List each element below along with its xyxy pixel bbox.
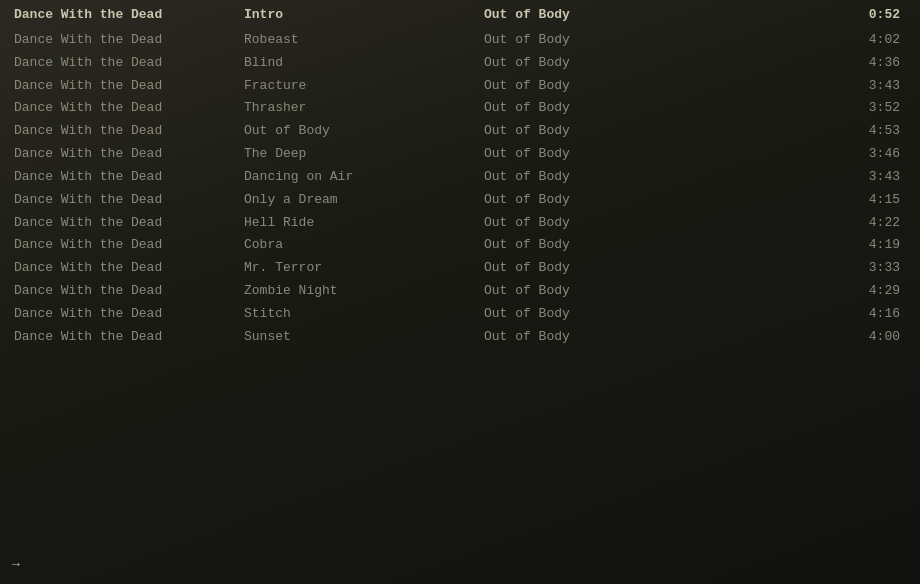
track-artist: Dance With the Dead (14, 214, 244, 233)
track-album: Out of Body (484, 31, 684, 50)
track-title: Hell Ride (244, 214, 484, 233)
track-artist: Dance With the Dead (14, 305, 244, 324)
track-artist: Dance With the Dead (14, 282, 244, 301)
table-row[interactable]: Dance With the DeadDancing on AirOut of … (0, 166, 920, 189)
track-artist: Dance With the Dead (14, 54, 244, 73)
track-duration: 3:33 (684, 259, 906, 278)
table-row[interactable]: Dance With the DeadHell RideOut of Body4… (0, 212, 920, 235)
track-duration: 3:43 (684, 168, 906, 187)
track-duration: 3:52 (684, 99, 906, 118)
track-artist: Dance With the Dead (14, 328, 244, 347)
track-duration: 4:22 (684, 214, 906, 233)
track-duration: 4:19 (684, 236, 906, 255)
track-title: Stitch (244, 305, 484, 324)
track-title: Thrasher (244, 99, 484, 118)
track-duration: 4:53 (684, 122, 906, 141)
track-album: Out of Body (484, 77, 684, 96)
track-duration: 4:29 (684, 282, 906, 301)
header-artist: Dance With the Dead (14, 6, 244, 25)
track-artist: Dance With the Dead (14, 168, 244, 187)
track-album: Out of Body (484, 259, 684, 278)
track-duration: 3:43 (684, 77, 906, 96)
track-list: Dance With the Dead Intro Out of Body 0:… (0, 0, 920, 353)
track-album: Out of Body (484, 122, 684, 141)
track-duration: 4:02 (684, 31, 906, 50)
track-album: Out of Body (484, 328, 684, 347)
track-album: Out of Body (484, 236, 684, 255)
table-row[interactable]: Dance With the DeadFractureOut of Body3:… (0, 75, 920, 98)
table-header: Dance With the Dead Intro Out of Body 0:… (0, 4, 920, 29)
track-artist: Dance With the Dead (14, 259, 244, 278)
track-title: The Deep (244, 145, 484, 164)
track-title: Mr. Terror (244, 259, 484, 278)
table-row[interactable]: Dance With the DeadCobraOut of Body4:19 (0, 234, 920, 257)
track-artist: Dance With the Dead (14, 77, 244, 96)
track-artist: Dance With the Dead (14, 236, 244, 255)
table-row[interactable]: Dance With the DeadStitchOut of Body4:16 (0, 303, 920, 326)
track-artist: Dance With the Dead (14, 145, 244, 164)
table-row[interactable]: Dance With the DeadBlindOut of Body4:36 (0, 52, 920, 75)
table-row[interactable]: Dance With the DeadThe DeepOut of Body3:… (0, 143, 920, 166)
table-row[interactable]: Dance With the DeadMr. TerrorOut of Body… (0, 257, 920, 280)
arrow-icon: → (12, 557, 20, 572)
header-title: Intro (244, 6, 484, 25)
track-artist: Dance With the Dead (14, 99, 244, 118)
track-album: Out of Body (484, 145, 684, 164)
track-title: Cobra (244, 236, 484, 255)
header-album: Out of Body (484, 6, 684, 25)
track-duration: 4:15 (684, 191, 906, 210)
track-album: Out of Body (484, 214, 684, 233)
track-album: Out of Body (484, 168, 684, 187)
track-album: Out of Body (484, 282, 684, 301)
table-row[interactable]: Dance With the DeadSunsetOut of Body4:00 (0, 326, 920, 349)
table-row[interactable]: Dance With the DeadRobeastOut of Body4:0… (0, 29, 920, 52)
track-duration: 4:36 (684, 54, 906, 73)
track-title: Zombie Night (244, 282, 484, 301)
track-album: Out of Body (484, 54, 684, 73)
track-title: Fracture (244, 77, 484, 96)
track-title: Sunset (244, 328, 484, 347)
track-album: Out of Body (484, 305, 684, 324)
track-duration: 3:46 (684, 145, 906, 164)
track-artist: Dance With the Dead (14, 31, 244, 50)
track-duration: 4:00 (684, 328, 906, 347)
track-title: Only a Dream (244, 191, 484, 210)
track-title: Out of Body (244, 122, 484, 141)
track-title: Dancing on Air (244, 168, 484, 187)
track-album: Out of Body (484, 99, 684, 118)
track-duration: 4:16 (684, 305, 906, 324)
track-album: Out of Body (484, 191, 684, 210)
table-row[interactable]: Dance With the DeadOut of BodyOut of Bod… (0, 120, 920, 143)
track-title: Blind (244, 54, 484, 73)
track-artist: Dance With the Dead (14, 191, 244, 210)
track-artist: Dance With the Dead (14, 122, 244, 141)
table-row[interactable]: Dance With the DeadOnly a DreamOut of Bo… (0, 189, 920, 212)
table-row[interactable]: Dance With the DeadThrasherOut of Body3:… (0, 97, 920, 120)
track-title: Robeast (244, 31, 484, 50)
header-duration: 0:52 (684, 6, 906, 25)
table-row[interactable]: Dance With the DeadZombie NightOut of Bo… (0, 280, 920, 303)
